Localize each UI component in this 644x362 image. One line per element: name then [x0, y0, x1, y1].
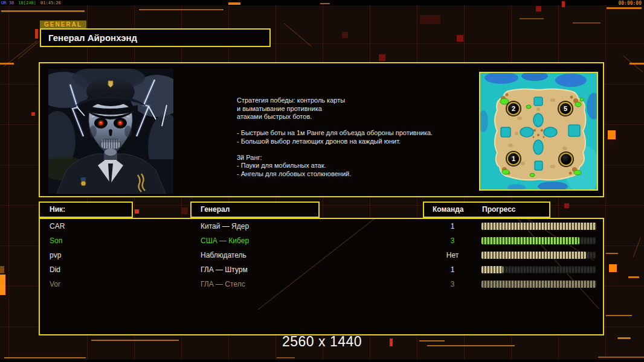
- players-panel: CAR Китай — Ядер 1 Son США — Кибер 3 pvp…: [39, 218, 604, 335]
- decor-line: [598, 357, 644, 358]
- start-point-5: 5: [559, 102, 572, 115]
- player-row: Vor ГЛА — Стелс 3: [40, 277, 603, 291]
- decor-line: [4, 357, 86, 358]
- decor-square: [536, 6, 541, 11]
- player-team: 1: [431, 262, 474, 277]
- player-row: pvp Наблюдатель Нет: [40, 248, 603, 262]
- bottom-black-bar: [0, 360, 644, 362]
- player-team: 1: [431, 219, 474, 233]
- decor-line: [607, 7, 642, 9]
- header-nick-label: Ник:: [50, 203, 65, 217]
- general-info-panel: Стратегия победы: контроль карты и вымат…: [39, 62, 604, 197]
- decor-line: [139, 9, 224, 10]
- decor-line: [606, 253, 618, 254]
- debug-part-1: UR 30: [1, 1, 14, 5]
- decor-square: [457, 35, 463, 42]
- player-general: ГЛА — Стелс: [201, 277, 245, 291]
- general-name: Генерал Айронхэнд: [48, 33, 137, 43]
- decor-square: [562, 1, 565, 7]
- progress-bar: [481, 266, 596, 273]
- decor-square: [35, 29, 38, 39]
- progress-bar: [481, 223, 596, 230]
- progress-fill: [481, 237, 579, 244]
- player-team: 3: [431, 277, 474, 291]
- portrait-art: [48, 69, 173, 194]
- player-team: Нет: [431, 248, 474, 262]
- player-nick: CAR: [50, 219, 65, 233]
- decor-square: [342, 32, 348, 38]
- decor-orange-square: [0, 275, 5, 295]
- decor-square: [31, 112, 35, 116]
- decor-square: [379, 54, 385, 61]
- player-general: США — Кибер: [201, 233, 249, 248]
- progress-bar: [481, 237, 596, 244]
- player-team: 3: [431, 233, 474, 248]
- player-general: Наблюдатель: [201, 248, 246, 262]
- progress-bar: [481, 252, 596, 259]
- player-row: Son США — Кибер 3: [40, 233, 603, 248]
- player-nick: Vor: [50, 277, 60, 291]
- general-portrait: [48, 69, 173, 194]
- debug-part-2: 18[240]: [18, 1, 36, 5]
- start-point-1: 1: [507, 152, 520, 165]
- decor-line: [228, 2, 240, 5]
- decor-square: [0, 266, 4, 273]
- resolution-label: 2560 x 1440: [0, 334, 644, 350]
- player-general: Китай — Ядер: [201, 219, 249, 233]
- debug-overlay: UR 30 18[240] 01:45:26: [1, 1, 63, 5]
- progress-fill: [481, 252, 586, 259]
- decor-square: [420, 15, 440, 24]
- header-general-box: Генерал: [190, 202, 320, 218]
- decor-line: [573, 22, 601, 24]
- decor-orange-square: [609, 264, 617, 272]
- player-nick: pvp: [50, 248, 61, 262]
- player-general: ГЛА — Штурм: [201, 262, 248, 277]
- decor-square: [135, 209, 139, 214]
- strategy-text: Стратегия победы: контроль карты и вымат…: [237, 97, 472, 178]
- header-team-label: Команда: [433, 203, 463, 217]
- player-row: CAR Китай — Ядер 1: [40, 219, 603, 233]
- player-row: Did ГЛА — Штурм 1: [40, 262, 603, 277]
- header-general-label: Генерал: [201, 203, 230, 217]
- header-nick-box: Ник:: [39, 202, 133, 218]
- decor-square: [564, 203, 569, 208]
- debug-part-3: 01:45:26: [40, 1, 61, 5]
- progress-fill: [481, 266, 503, 273]
- header-team-progress-box: Команда Прогресс: [423, 202, 550, 218]
- decor-line: [606, 315, 632, 316]
- map-art: [480, 73, 597, 189]
- progress-fill: [481, 223, 596, 230]
- match-timer: 00:00:00: [618, 1, 642, 6]
- decor-line: [277, 357, 295, 358]
- header-progress-label: Прогресс: [482, 203, 515, 217]
- decor-orange-square: [608, 130, 616, 139]
- progress-fill: [481, 281, 596, 288]
- decor-line: [1, 10, 85, 12]
- start-point-2: 2: [507, 102, 520, 115]
- decor-line: [628, 276, 639, 278]
- progress-bar: [481, 281, 596, 288]
- player-nick: Son: [50, 233, 62, 248]
- decor-square: [181, 208, 188, 214]
- loading-screen: UR 30 18[240] 01:45:26 00:00:00 GENERAL …: [0, 0, 644, 362]
- decor-line: [320, 3, 330, 4]
- general-name-box: Генерал Айронхэнд: [40, 28, 271, 47]
- decor-line: [520, 18, 544, 19]
- map-preview: 2 5 1: [479, 72, 598, 191]
- start-point-unnumbered: [559, 153, 573, 166]
- general-tab: GENERAL: [40, 21, 86, 28]
- player-nick: Did: [50, 262, 60, 277]
